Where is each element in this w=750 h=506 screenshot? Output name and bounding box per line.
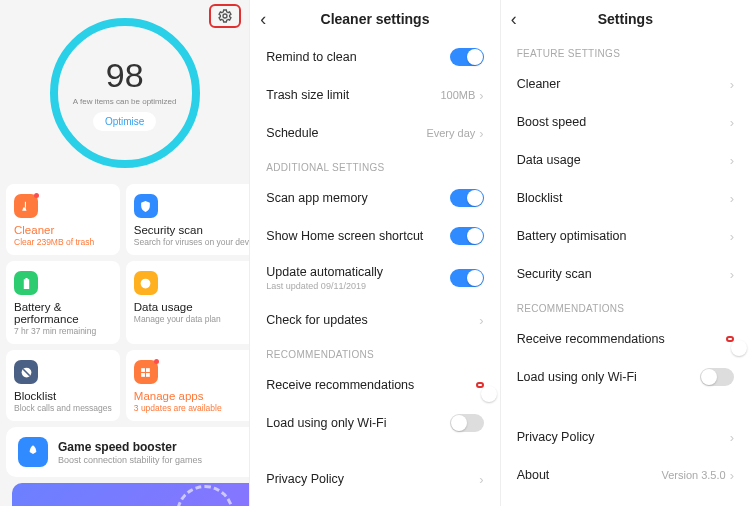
row-data[interactable]: Data usage› — [501, 141, 750, 179]
card-game-booster[interactable]: Game speed booster Boost connection stab… — [6, 427, 249, 477]
row-check-updates[interactable]: Check for updates › — [250, 301, 499, 339]
row-privacy[interactable]: Privacy Policy › — [501, 418, 750, 456]
sub: Last updated 09/11/2019 — [266, 281, 383, 291]
section-recommendations: RECOMMENDATIONS — [501, 293, 750, 320]
label: Schedule — [266, 126, 318, 140]
svg-rect-3 — [141, 368, 145, 372]
card-title: Manage apps — [134, 390, 250, 402]
settings-button-highlight — [209, 4, 241, 28]
value: 100MB — [440, 89, 475, 101]
row-auto-update[interactable]: Update automatically Last updated 09/11/… — [250, 255, 499, 301]
label: Remind to clean — [266, 50, 356, 64]
booster-banner[interactable] — [12, 483, 249, 506]
row-remind[interactable]: Remind to clean — [250, 38, 499, 76]
card-title: Security scan — [134, 224, 250, 236]
cleaner-settings-screen: ‹ Cleaner settings Remind to clean Trash… — [249, 0, 499, 506]
row-privacy[interactable]: Privacy Policy › — [250, 460, 499, 498]
row-receive-recommendations[interactable]: Receive recommendations — [250, 366, 499, 404]
security-app-home: 98 A few items can be optimized Optimise… — [0, 0, 249, 506]
section-additional: ADDITIONAL SETTINGS — [250, 152, 499, 179]
toggle[interactable] — [450, 269, 484, 287]
label: Scan app memory — [266, 191, 367, 205]
card-manage-apps[interactable]: Manage apps 3 updates are available — [126, 350, 250, 421]
row-wifi-only[interactable]: Load using only Wi-Fi — [501, 358, 750, 396]
row-trash-limit[interactable]: Trash size limit 100MB› — [250, 76, 499, 114]
card-sub: 7 hr 37 min remaining — [14, 326, 112, 336]
card-security[interactable]: Security scan Search for viruses on your… — [126, 184, 250, 255]
row-scan-memory[interactable]: Scan app memory — [250, 179, 499, 217]
card-sub: Clear 239MB of trash — [14, 237, 112, 247]
card-blocklist[interactable]: Blocklist Block calls and messages — [6, 350, 120, 421]
label: Check for updates — [266, 313, 367, 327]
value: Every day — [426, 127, 475, 139]
section-recommendations: RECOMMENDATIONS — [250, 339, 499, 366]
row-battery[interactable]: Battery optimisation› — [501, 217, 750, 255]
chevron-right-icon: › — [730, 267, 734, 282]
highlight — [726, 336, 734, 342]
row-home-shortcut[interactable]: Show Home screen shortcut — [250, 217, 499, 255]
row-blocklist[interactable]: Blocklist› — [501, 179, 750, 217]
value: Version 3.5.0 — [661, 469, 725, 481]
highlight — [476, 382, 484, 388]
toggle[interactable] — [700, 368, 734, 386]
score-ring: 98 A few items can be optimized Optimise — [50, 18, 200, 168]
card-data[interactable]: Data usage Manage your data plan — [126, 261, 250, 344]
label: Blocklist — [517, 191, 563, 205]
svg-point-0 — [223, 14, 227, 18]
card-sub: Block calls and messages — [14, 403, 112, 413]
toggle[interactable] — [450, 227, 484, 245]
optimise-button[interactable]: Optimise — [93, 112, 156, 131]
label: Security scan — [517, 267, 592, 281]
label: Battery optimisation — [517, 229, 627, 243]
data-icon — [134, 271, 158, 295]
chevron-right-icon: › — [479, 126, 483, 141]
gear-icon[interactable] — [217, 8, 233, 24]
label: Show Home screen shortcut — [266, 229, 423, 243]
toggle[interactable] — [450, 48, 484, 66]
svg-rect-6 — [146, 373, 150, 377]
chevron-right-icon: › — [730, 229, 734, 244]
label: Receive recommendations — [266, 378, 414, 392]
page-title: Settings — [531, 11, 720, 27]
security-settings-screen: ‹ Settings FEATURE SETTINGS Cleaner› Boo… — [500, 0, 750, 506]
label: Update automatically — [266, 265, 383, 279]
chevron-right-icon: › — [730, 430, 734, 445]
apps-icon — [134, 360, 158, 384]
section-feature: FEATURE SETTINGS — [501, 38, 750, 65]
row-schedule[interactable]: Schedule Every day› — [250, 114, 499, 152]
chevron-right-icon: › — [730, 77, 734, 92]
row-security[interactable]: Security scan› — [501, 255, 750, 293]
row-receive-recommendations[interactable]: Receive recommendations — [501, 320, 750, 358]
card-cleaner[interactable]: Cleaner Clear 239MB of trash — [6, 184, 120, 255]
label: About — [517, 468, 550, 482]
toggle[interactable] — [450, 414, 484, 432]
card-sub: Search for viruses on your devi... — [134, 237, 250, 247]
row-boost[interactable]: Boost speed› — [501, 103, 750, 141]
label: Privacy Policy — [517, 430, 595, 444]
card-battery[interactable]: Battery & performance 7 hr 37 min remain… — [6, 261, 120, 344]
svg-rect-4 — [146, 368, 150, 372]
card-sub: 3 updates are available — [134, 403, 250, 413]
card-sub: Manage your data plan — [134, 314, 250, 324]
row-wifi-only[interactable]: Load using only Wi-Fi — [250, 404, 499, 442]
label: Privacy Policy — [266, 472, 344, 486]
label: Receive recommendations — [517, 332, 665, 346]
toggle[interactable] — [450, 189, 484, 207]
svg-point-1 — [141, 278, 151, 288]
label: Cleaner — [517, 77, 561, 91]
row-cleaner[interactable]: Cleaner› — [501, 65, 750, 103]
chevron-right-icon: › — [730, 115, 734, 130]
chevron-right-icon: › — [730, 153, 734, 168]
chevron-right-icon: › — [479, 88, 483, 103]
score-value: 98 — [106, 56, 144, 95]
rocket-icon — [18, 437, 48, 467]
brush-icon — [14, 194, 38, 218]
booster-sub: Boost connection stability for games — [58, 455, 202, 465]
page-title: Cleaner settings — [280, 11, 469, 27]
chevron-right-icon: › — [479, 313, 483, 328]
back-icon[interactable]: ‹ — [511, 9, 531, 30]
row-about[interactable]: About Version 3.5.0› — [501, 456, 750, 494]
card-title: Battery & performance — [14, 301, 112, 325]
back-icon[interactable]: ‹ — [260, 9, 280, 30]
booster-title: Game speed booster — [58, 440, 202, 454]
